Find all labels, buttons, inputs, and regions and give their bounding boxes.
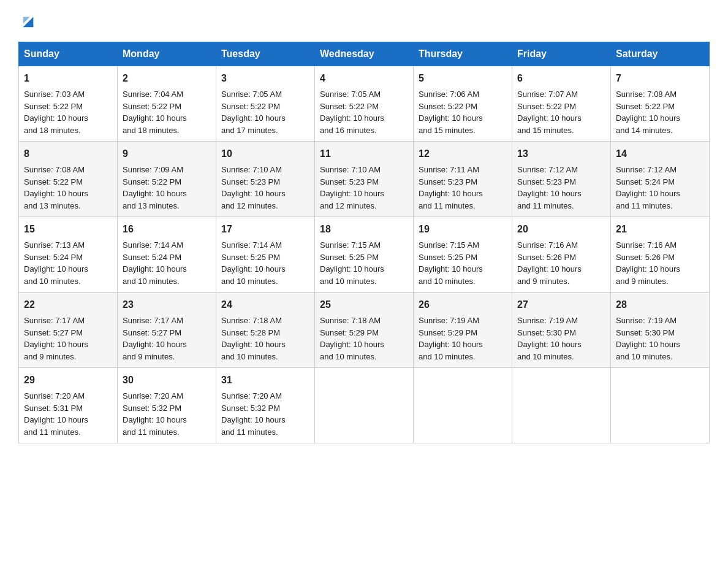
day-info: Sunrise: 7:03 AMSunset: 5:22 PMDaylight:… [24, 90, 88, 135]
day-cell: 8 Sunrise: 7:08 AMSunset: 5:22 PMDayligh… [19, 142, 118, 217]
week-row-5: 29 Sunrise: 7:20 AMSunset: 5:31 PMDaylig… [19, 368, 710, 443]
day-number: 14 [616, 147, 704, 161]
day-info: Sunrise: 7:17 AMSunset: 5:27 PMDaylight:… [123, 316, 187, 361]
day-number: 13 [517, 147, 605, 161]
day-info: Sunrise: 7:16 AMSunset: 5:26 PMDaylight:… [517, 240, 582, 286]
day-info: Sunrise: 7:09 AMSunset: 5:22 PMDaylight:… [123, 165, 187, 210]
day-number: 23 [123, 297, 211, 312]
day-cell: 14 Sunrise: 7:12 AMSunset: 5:24 PMDaylig… [611, 142, 710, 217]
day-info: Sunrise: 7:05 AMSunset: 5:22 PMDaylight:… [221, 90, 286, 135]
day-number: 31 [221, 373, 309, 388]
day-info: Sunrise: 7:08 AMSunset: 5:22 PMDaylight:… [616, 90, 680, 135]
page-header [18, 12, 710, 29]
day-cell: 9 Sunrise: 7:09 AMSunset: 5:22 PMDayligh… [118, 142, 216, 217]
day-cell [512, 368, 611, 443]
day-cell: 20 Sunrise: 7:16 AMSunset: 5:26 PMDaylig… [512, 217, 611, 293]
day-info: Sunrise: 7:18 AMSunset: 5:29 PMDaylight:… [320, 316, 384, 361]
day-cell: 18 Sunrise: 7:15 AMSunset: 5:25 PMDaylig… [315, 217, 414, 293]
day-cell: 25 Sunrise: 7:18 AMSunset: 5:29 PMDaylig… [315, 293, 414, 368]
day-info: Sunrise: 7:14 AMSunset: 5:24 PMDaylight:… [123, 240, 187, 286]
day-cell: 31 Sunrise: 7:20 AMSunset: 5:32 PMDaylig… [216, 368, 315, 443]
day-cell: 23 Sunrise: 7:17 AMSunset: 5:27 PMDaylig… [118, 293, 216, 368]
day-cell [315, 368, 414, 443]
day-number: 15 [24, 222, 112, 237]
day-number: 20 [517, 222, 605, 237]
day-info: Sunrise: 7:20 AMSunset: 5:31 PMDaylight:… [24, 391, 88, 437]
logo-icon [20, 12, 37, 29]
day-info: Sunrise: 7:11 AMSunset: 5:23 PMDaylight:… [419, 165, 483, 210]
day-cell: 4 Sunrise: 7:05 AMSunset: 5:22 PMDayligh… [315, 66, 414, 142]
week-row-2: 8 Sunrise: 7:08 AMSunset: 5:22 PMDayligh… [19, 142, 710, 217]
day-info: Sunrise: 7:20 AMSunset: 5:32 PMDaylight:… [123, 391, 187, 437]
header-sunday: Sunday [19, 42, 118, 66]
day-cell: 1 Sunrise: 7:03 AMSunset: 5:22 PMDayligh… [19, 66, 118, 142]
week-row-1: 1 Sunrise: 7:03 AMSunset: 5:22 PMDayligh… [19, 66, 710, 142]
day-info: Sunrise: 7:19 AMSunset: 5:30 PMDaylight:… [517, 316, 582, 361]
day-info: Sunrise: 7:19 AMSunset: 5:30 PMDaylight:… [616, 316, 680, 361]
day-cell [414, 368, 512, 443]
day-number: 21 [616, 222, 704, 237]
day-info: Sunrise: 7:17 AMSunset: 5:27 PMDaylight:… [24, 316, 88, 361]
day-number: 3 [221, 71, 309, 86]
day-number: 9 [123, 147, 211, 161]
day-number: 4 [320, 71, 408, 86]
day-number: 19 [419, 222, 507, 237]
day-number: 18 [320, 222, 408, 237]
day-cell: 7 Sunrise: 7:08 AMSunset: 5:22 PMDayligh… [611, 66, 710, 142]
day-info: Sunrise: 7:12 AMSunset: 5:23 PMDaylight:… [517, 165, 582, 210]
day-number: 5 [419, 71, 507, 86]
day-number: 17 [221, 222, 309, 237]
header-tuesday: Tuesday [216, 42, 315, 66]
header-saturday: Saturday [611, 42, 710, 66]
day-cell: 19 Sunrise: 7:15 AMSunset: 5:25 PMDaylig… [414, 217, 512, 293]
header-wednesday: Wednesday [315, 42, 414, 66]
day-number: 29 [24, 373, 112, 388]
logo [18, 12, 37, 29]
day-info: Sunrise: 7:08 AMSunset: 5:22 PMDaylight:… [24, 165, 88, 210]
day-cell: 26 Sunrise: 7:19 AMSunset: 5:29 PMDaylig… [414, 293, 512, 368]
day-number: 11 [320, 147, 408, 161]
day-info: Sunrise: 7:20 AMSunset: 5:32 PMDaylight:… [221, 391, 286, 437]
day-number: 1 [24, 71, 112, 86]
calendar-header-row: SundayMondayTuesdayWednesdayThursdayFrid… [19, 42, 710, 66]
day-number: 2 [123, 71, 211, 86]
day-cell: 27 Sunrise: 7:19 AMSunset: 5:30 PMDaylig… [512, 293, 611, 368]
day-info: Sunrise: 7:15 AMSunset: 5:25 PMDaylight:… [419, 240, 483, 286]
day-cell: 6 Sunrise: 7:07 AMSunset: 5:22 PMDayligh… [512, 66, 611, 142]
day-info: Sunrise: 7:18 AMSunset: 5:28 PMDaylight:… [221, 316, 286, 361]
day-info: Sunrise: 7:06 AMSunset: 5:22 PMDaylight:… [419, 90, 483, 135]
day-cell: 5 Sunrise: 7:06 AMSunset: 5:22 PMDayligh… [414, 66, 512, 142]
day-info: Sunrise: 7:10 AMSunset: 5:23 PMDaylight:… [221, 165, 286, 210]
day-number: 30 [123, 373, 211, 388]
day-cell: 17 Sunrise: 7:14 AMSunset: 5:25 PMDaylig… [216, 217, 315, 293]
day-info: Sunrise: 7:14 AMSunset: 5:25 PMDaylight:… [221, 240, 286, 286]
header-friday: Friday [512, 42, 611, 66]
day-cell: 3 Sunrise: 7:05 AMSunset: 5:22 PMDayligh… [216, 66, 315, 142]
day-cell: 10 Sunrise: 7:10 AMSunset: 5:23 PMDaylig… [216, 142, 315, 217]
day-cell: 30 Sunrise: 7:20 AMSunset: 5:32 PMDaylig… [118, 368, 216, 443]
day-info: Sunrise: 7:15 AMSunset: 5:25 PMDaylight:… [320, 240, 384, 286]
day-number: 12 [419, 147, 507, 161]
day-number: 28 [616, 297, 704, 312]
day-info: Sunrise: 7:04 AMSunset: 5:22 PMDaylight:… [123, 90, 187, 135]
day-number: 6 [517, 71, 605, 86]
day-cell: 21 Sunrise: 7:16 AMSunset: 5:26 PMDaylig… [611, 217, 710, 293]
calendar-table: SundayMondayTuesdayWednesdayThursdayFrid… [18, 42, 710, 443]
day-info: Sunrise: 7:19 AMSunset: 5:29 PMDaylight:… [419, 316, 483, 361]
day-info: Sunrise: 7:16 AMSunset: 5:26 PMDaylight:… [616, 240, 680, 286]
day-number: 25 [320, 297, 408, 312]
day-number: 10 [221, 147, 309, 161]
day-info: Sunrise: 7:10 AMSunset: 5:23 PMDaylight:… [320, 165, 384, 210]
week-row-4: 22 Sunrise: 7:17 AMSunset: 5:27 PMDaylig… [19, 293, 710, 368]
day-cell: 22 Sunrise: 7:17 AMSunset: 5:27 PMDaylig… [19, 293, 118, 368]
day-number: 27 [517, 297, 605, 312]
day-cell: 11 Sunrise: 7:10 AMSunset: 5:23 PMDaylig… [315, 142, 414, 217]
day-cell: 12 Sunrise: 7:11 AMSunset: 5:23 PMDaylig… [414, 142, 512, 217]
day-cell: 15 Sunrise: 7:13 AMSunset: 5:24 PMDaylig… [19, 217, 118, 293]
day-info: Sunrise: 7:12 AMSunset: 5:24 PMDaylight:… [616, 165, 680, 210]
day-cell: 28 Sunrise: 7:19 AMSunset: 5:30 PMDaylig… [611, 293, 710, 368]
day-cell [611, 368, 710, 443]
day-cell: 2 Sunrise: 7:04 AMSunset: 5:22 PMDayligh… [118, 66, 216, 142]
day-number: 16 [123, 222, 211, 237]
day-cell: 13 Sunrise: 7:12 AMSunset: 5:23 PMDaylig… [512, 142, 611, 217]
